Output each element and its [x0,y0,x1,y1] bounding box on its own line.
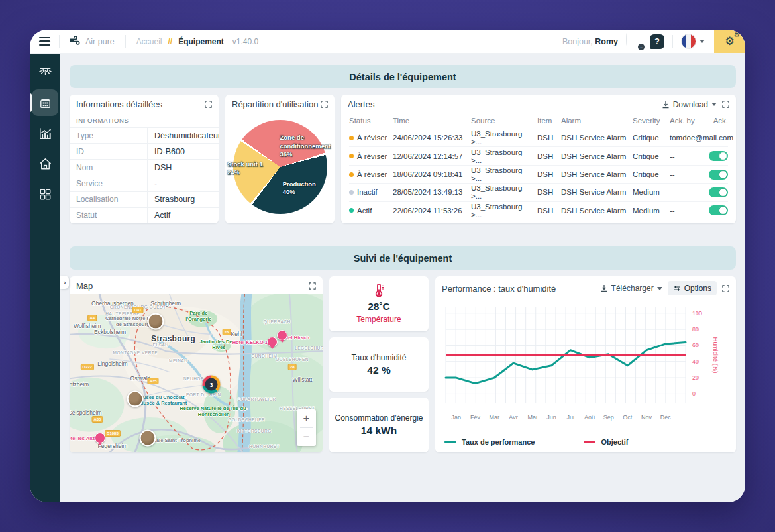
info-label: Service [70,176,148,191]
map-canvas[interactable]: OberhausbergenSchiltigheimWolfisheimEckb… [70,294,323,452]
sidebar-expand-button[interactable]: › [60,276,69,289]
info-value: - [148,179,219,188]
statistics-icon [38,126,53,141]
road-badge: A35 [148,378,159,384]
map-district-label: MONTAGNE VERTE [113,350,158,355]
ack-toggle[interactable] [709,170,728,180]
expand-icon[interactable] [205,101,212,108]
map-district-label: MEINAU [169,358,187,363]
gear-icon: ⚙ [734,32,740,38]
expand-icon[interactable] [309,282,316,290]
toggle-knob [719,170,727,179]
expand-icon[interactable] [722,285,729,292]
info-row: TypeDéshumidificateur [70,128,219,144]
expand-icon[interactable] [722,101,729,108]
column-header: Ack. by [670,117,704,125]
info-value: Actif [148,211,219,220]
alert-severity: Medium [633,188,666,196]
map-cluster-marker[interactable]: 3 [202,376,220,394]
alert-item: DSH [537,188,557,196]
legend-swatch [444,441,456,443]
breadcrumb-separator: // [168,37,172,46]
expand-icon[interactable] [321,101,328,108]
alert-row: À réviser18/06/2024 09:18:41U3_Strasbour… [349,166,728,184]
humidity-card: Taux d'humidité 42 % [329,337,429,392]
temperature-label: Température [356,315,401,324]
alert-alarm: DSH Service Alarm [561,207,629,215]
map-photo-marker[interactable] [147,313,164,329]
alert-ack-by: -- [670,207,704,215]
alert-status: À réviser [349,170,389,178]
sliders-icon [673,284,681,292]
map-hotel-pin[interactable] [277,330,287,341]
alert-status: Inactif [349,188,389,196]
alert-ack-by: -- [670,188,704,196]
map-city-label: Lingolsheim [97,360,127,367]
metrics-column: 28˚C Température Taux d'humidité 42 % Co… [329,276,429,452]
status-dot-icon [349,172,354,177]
road-badge: D1083 [105,430,121,437]
info-card: Informations détaillées INFORMATIONS Typ… [70,95,219,223]
map-city-label: Willstätt [293,376,313,383]
svg-text:20: 20 [692,374,699,381]
main-content: Détails de l'équipement Informations dét… [60,54,745,502]
map-labels-layer: OberhausbergenSchiltigheimWolfisheimEckb… [70,294,323,452]
map-photo-marker[interactable] [140,430,156,447]
sidebar-item-sprinkler[interactable] [32,59,58,85]
status-text: À réviser [357,152,387,160]
map-district-label: ODELSHOFEN [276,356,309,361]
svg-text:Jun: Jun [546,414,556,421]
download-button[interactable]: Télécharger [600,284,662,293]
info-row: Service- [70,176,219,192]
alerts-card-title: Alertes [348,99,374,109]
map-district-label: GOLDSCHEUER [229,417,266,421]
chevron-down-icon [657,287,662,290]
menu-icon[interactable] [30,30,59,53]
apps-grid-icon [38,187,53,202]
alert-item: DSH [537,152,557,160]
french-flag-icon [681,34,696,49]
options-button[interactable]: Options [668,281,717,295]
avatar[interactable] [626,33,627,46]
alert-ack-by: -- [670,152,704,160]
sidebar-item-statistics[interactable] [32,120,58,146]
info-row: LocalisationStrasbourg [70,192,219,208]
user-menu[interactable]: ⌄ [626,34,642,50]
sidebar-item-home[interactable] [32,150,58,177]
download-icon [600,284,608,292]
sidebar [30,54,60,502]
column-header: Status [349,117,389,125]
svg-text:Aoû: Aoû [584,414,595,421]
map-photo-marker[interactable] [127,390,144,407]
map-district-label: HOHNHURST [249,444,280,449]
map-district-label: KITTERSBURG [237,428,272,433]
help-button[interactable]: ? [650,34,664,49]
energy-card: Consommation d'énergie 14 kWh [329,398,429,452]
map-district-label: SUNDHEIM [252,354,278,358]
ack-toggle[interactable] [709,151,728,161]
ack-toggle[interactable] [709,205,728,215]
legend-item: Objectif [584,438,628,446]
info-label: Localisation [70,192,148,207]
alert-row: Inactif28/05/2024 13:49:13U3_Strasbourg … [349,184,728,201]
column-header: Source [471,117,533,125]
chevron-down-icon [699,40,705,43]
language-selector[interactable] [681,34,706,49]
map-hotel-pin[interactable] [267,337,278,347]
svg-text:Jui: Jui [566,414,574,421]
svg-text:Humidité (%): Humidité (%) [712,337,719,374]
settings-button[interactable]: ⚙ ⚙ [714,30,745,53]
download-button[interactable]: Download [662,100,717,109]
ack-toggle[interactable] [709,187,728,197]
map-city-label: Kehl [231,331,242,337]
map-hotel-pin[interactable] [95,433,105,443]
breadcrumb-home[interactable]: Accueil [136,37,162,46]
svg-text:Nov: Nov [641,414,652,421]
sidebar-item-apps[interactable] [32,181,58,207]
top-bar: Air pure Accueil // Équipement v1.40.0 B… [30,30,745,54]
zoom-out-button[interactable]: − [297,428,316,446]
status-dot-icon [349,136,354,140]
sidebar-item-equipment[interactable] [32,89,58,116]
alert-row: À réviser12/06/2024 12:14:57U3_Strasbour… [349,147,728,165]
zoom-in-button[interactable]: + [297,409,316,427]
